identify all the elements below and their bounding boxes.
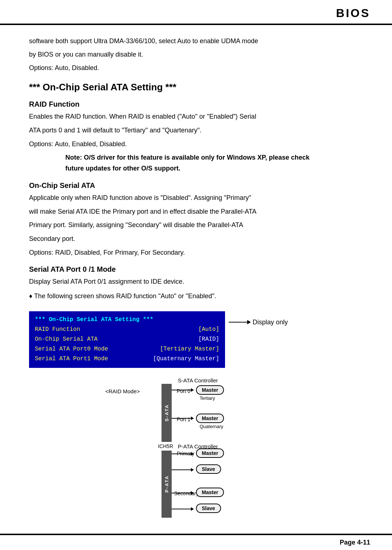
page-header: BIOS [0,0,392,25]
bios-heading-row: *** On-Chip Serial ATA Setting *** [35,315,219,325]
onchip-body-3: Primary port. Similarly, assigning "Seco… [29,220,363,231]
secondary-label: Secondary [174,491,199,496]
display-only-arrow [229,322,250,323]
p-slave2-btn: Slave [196,504,221,513]
p-master2-wrap: Master [196,488,224,497]
pata-bar-text: P-ATA [164,475,170,493]
onchip-body-2: will make Serial ATA IDE the Primary por… [29,206,363,217]
bios-value-1: [RAID] [198,334,219,344]
bios-screen-wrapper: *** On-Chip Serial ATA Setting *** RAID … [29,305,363,372]
sataport-body: Display Serial ATA Port 0/1 assignment t… [29,276,363,287]
bios-label-3: Serial ATA Port1 Mode [35,354,108,364]
pata-primary-master-arrow [172,453,193,454]
onchip-options: Options: RAID, Disabled, For Primary, Fo… [29,247,363,258]
master0-wrap: Master [196,385,224,395]
master0-btn: Master [196,385,224,395]
page-footer: Page 4-11 [0,534,392,550]
bios-row-2: Serial ATA Port0 Mode [Tertiary Master] [35,344,219,354]
p-master2-btn: Master [196,488,224,497]
display-only-annotation: Display only [229,319,288,326]
subsection-sataport-heading: Serial ATA Port 0 /1 Mode [29,265,363,274]
p-slave2-wrap: Slave [196,504,221,513]
master1-btn: Master [196,414,224,423]
raid-mode-label: <RAID Mode> [105,388,140,394]
subsection-raid-heading: RAID Function [29,100,363,108]
raid-body-1: Enables the RAID function. When RAID is … [29,111,363,122]
onchip-body-1: Applicable only when RAID function above… [29,193,363,204]
tertiary-label: Tertiary [200,395,215,401]
bios-value-0: [Auto] [198,325,219,334]
p-slave1-wrap: Slave [196,464,221,474]
bios-label-1: On-Chip Serial ATA [35,334,107,344]
section-heading: *** On-Chip Serial ATA Setting *** [29,82,363,93]
header-title: BIOS [336,7,370,20]
page-number: Page 4-11 [340,539,370,546]
ich5r-label: ICH5R [158,443,173,449]
raid-body-3: Options: Auto, Enabled, Disabled. [29,139,363,150]
intro-line2: by BIOS or you can manually disable it. [29,49,363,60]
pata-primary-slave-arrow [172,469,193,470]
bios-value-2: [Tertiary Master] [160,344,219,354]
port1-label: Port 1 [177,416,190,422]
bios-label-0: RAID Function [35,325,107,334]
sata-bar: S-ATA [162,384,172,442]
intro-options: Options: Auto, Disabled. [29,63,363,73]
p-master1-wrap: Master [196,448,224,458]
sataport-bullet: ♦ The following screen shows RAID functi… [29,291,363,302]
p-slave1-btn: Slave [196,464,221,474]
bullet-symbol: ♦ [29,292,34,300]
intro-line1: software both support Ultra DMA-33/66/10… [29,36,363,46]
sata-port1-arrow [172,418,193,419]
diagram-container: <RAID Mode> S-ATA Controller S-ATA Port … [29,377,363,519]
quaternary-label: Quaternary [200,424,223,429]
sata-controller-label: S-ATA Controller [178,377,218,383]
pata-bar: P-ATA [162,451,172,518]
bios-label-2: Serial ATA Port0 Mode [35,344,108,354]
pata-secondary-slave-arrow [172,509,193,509]
raid-note-cont: future updates for other O/S support. [36,163,363,174]
sataport-bullet-text: The following screen shows RAID function… [34,292,216,300]
raid-note-line1: Note: O/S driver for this feature is ava… [36,152,363,163]
display-only-text: Display only [253,319,288,326]
diagram-inner: <RAID Mode> S-ATA Controller S-ATA Port … [105,377,287,519]
bios-heading-text: *** On-Chip Serial ATA Setting *** [35,315,153,325]
content-area: software both support Ultra DMA-33/66/10… [0,25,392,549]
sata-port0-arrow [172,390,193,390]
p-master1-btn: Master [196,448,224,458]
raid-body-2: ATA ports 0 and 1 will default to "Terti… [29,125,363,136]
subsection-onchip-heading: On-Chip Serial ATA [29,181,363,190]
bios-row-0: RAID Function [Auto] [35,325,219,334]
onchip-body-4: Secondary port. [29,234,363,245]
master1-wrap: Master [196,414,224,423]
bios-screen: *** On-Chip Serial ATA Setting *** RAID … [29,311,225,368]
sata-bar-text: S-ATA [164,404,170,422]
page-container: BIOS software both support Ultra DMA-33/… [0,0,392,550]
pata-secondary-master-arrow [172,493,193,493]
raid-note: Note: O/S driver for this feature is ava… [29,152,363,174]
port0-label: Port 0 [177,388,190,394]
bios-row-1: On-Chip Serial ATA [RAID] [35,334,219,344]
bios-value-3: [Quaternary Master] [153,354,219,364]
bios-row-3: Serial ATA Port1 Mode [Quaternary Master… [35,354,219,364]
